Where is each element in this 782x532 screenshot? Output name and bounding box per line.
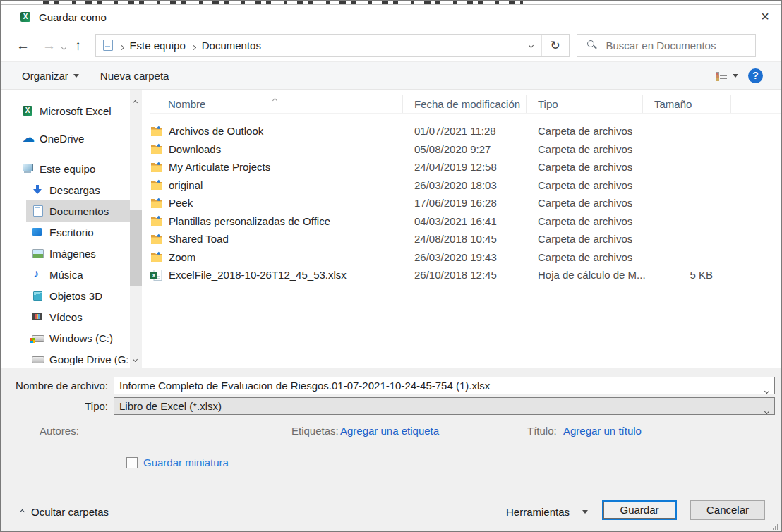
recent-locations-chevron-icon[interactable]: [62, 40, 66, 52]
table-row[interactable]: X My Articulate Projects 24/04/2019 12:5…: [150, 158, 781, 176]
table-row[interactable]: X Shared Toad 24/08/2018 10:45 Carpeta d…: [150, 230, 781, 248]
address-bar[interactable]: Este equipo Documentos ↻: [95, 34, 570, 57]
close-icon[interactable]: ×: [749, 5, 781, 29]
scroll-up-icon[interactable]: [133, 95, 137, 107]
filename-label: Nombre de archivo:: [1, 380, 108, 392]
file-browser: Microsoft Excel OneDrive Este equipo Des…: [1, 90, 781, 368]
sidebar-item-google-drive-g-[interactable]: Google Drive (G:: [1, 349, 130, 368]
help-icon[interactable]: ?: [748, 68, 763, 83]
back-icon[interactable]: ←: [10, 39, 36, 52]
search-input[interactable]: Buscar en Documentos: [577, 34, 756, 57]
resize-grip[interactable]: [772, 524, 779, 531]
table-row[interactable]: X Downloads 05/08/2020 9:27 Carpeta de a…: [150, 140, 781, 159]
column-header-fecha[interactable]: Fecha de modificación: [403, 95, 527, 113]
excel-icon: [22, 105, 34, 116]
filetype-label: Tipo:: [1, 400, 108, 412]
location-icon: [102, 40, 114, 51]
title-bar: Guardar como ×: [1, 5, 781, 29]
new-folder-button[interactable]: Nueva carpeta: [100, 70, 169, 82]
metadata-row: Autores: Etiquetas: Agregar una etiqueta…: [1, 425, 781, 440]
scrollbar-thumb[interactable]: [130, 210, 142, 286]
search-placeholder: Buscar en Documentos: [606, 40, 716, 52]
column-header-nombre[interactable]: Nombre: [150, 95, 403, 113]
sidebar-item-microsoft-excel[interactable]: Microsoft Excel: [1, 100, 130, 121]
breadcrumb-chevron-icon: [192, 40, 196, 52]
tools-dropdown[interactable]: Herramientas: [506, 506, 588, 518]
table-row[interactable]: X Archivos de Outlook 01/07/2021 11:28 C…: [150, 122, 781, 140]
save-button[interactable]: Guardar: [602, 500, 677, 520]
table-row[interactable]: X Peek 17/06/2019 16:28 Carpeta de archi…: [150, 194, 781, 212]
column-header-tamano[interactable]: Tamaño: [643, 95, 731, 113]
music-icon: [32, 269, 44, 280]
up-icon[interactable]: ↑: [68, 39, 88, 52]
table-row[interactable]: X Plantillas personalizadas de Office 04…: [150, 212, 781, 231]
organize-button[interactable]: Organizar: [22, 70, 79, 82]
hide-folders-button[interactable]: Ocultar carpetas: [20, 506, 109, 518]
folder-icon: X: [150, 251, 163, 262]
sidebar-item-este-equipo[interactable]: Este equipo: [1, 158, 130, 179]
filetype-combobox[interactable]: Libro de Excel (*.xlsx): [114, 397, 775, 415]
search-icon: [586, 40, 598, 51]
sidebar-scrollbar[interactable]: [130, 90, 142, 368]
folder-icon: X: [150, 215, 163, 226]
scroll-down-icon[interactable]: [133, 351, 137, 363]
chevron-up-icon: [20, 509, 25, 514]
filename-combobox[interactable]: Informe Completo de Evaluacion de Riesgo…: [114, 377, 775, 394]
add-title-link[interactable]: Agregar un título: [563, 425, 642, 437]
sort-ascending-icon: [273, 92, 277, 104]
save-thumbnail-checkbox[interactable]: [126, 457, 138, 468]
excel-app-icon: [20, 11, 32, 23]
save-thumbnail-label: Guardar miniatura: [143, 457, 229, 468]
title-label: Título:: [527, 425, 557, 437]
breadcrumb-item-documentos[interactable]: Documentos: [202, 40, 261, 52]
folder-icon: X: [150, 234, 163, 245]
navigation-bar: ← → ↑ Este equipo Documentos ↻ Buscar en…: [1, 29, 781, 61]
breadcrumb-chevron-icon: [120, 40, 124, 52]
windows-drive-icon: [32, 332, 44, 344]
sidebar-item-descargas[interactable]: Descargas: [1, 179, 130, 200]
column-header-tipo[interactable]: Tipo: [527, 95, 643, 113]
sidebar-item-m-sica[interactable]: Música: [1, 264, 130, 285]
desktop-icon: [32, 226, 44, 238]
change-view-button[interactable]: [716, 71, 738, 80]
tags-label: Etiquetas:: [291, 425, 339, 437]
refresh-icon[interactable]: ↻: [542, 38, 569, 53]
address-dropdown-icon[interactable]: [521, 35, 542, 56]
chevron-down-icon: [765, 383, 769, 394]
videos-icon: [32, 311, 44, 322]
folder-icon: X: [150, 126, 163, 137]
add-tag-link[interactable]: Agregar una etiqueta: [340, 425, 439, 437]
folder-icon: X: [150, 143, 163, 155]
authors-label: Autores:: [40, 425, 79, 437]
table-row[interactable]: X original 26/03/2020 18:03 Carpeta de a…: [150, 176, 781, 195]
sidebar: Microsoft Excel OneDrive Este equipo Des…: [1, 90, 130, 368]
sidebar-item-im-genes[interactable]: Imágenes: [1, 243, 130, 264]
window-title: Guardar como: [39, 11, 107, 23]
breadcrumb-item-este-equipo[interactable]: Este equipo: [130, 40, 186, 52]
footer-bar: Ocultar carpetas Herramientas Guardar Ca…: [1, 492, 781, 532]
sidebar-item-windows-c-[interactable]: Windows (C:): [1, 327, 130, 349]
objects3d-icon: [32, 290, 44, 301]
sidebar-item-onedrive[interactable]: OneDrive: [1, 128, 130, 149]
forward-icon[interactable]: →: [36, 39, 62, 52]
sidebar-item-documentos[interactable]: Documentos: [1, 200, 130, 222]
document-icon: [32, 205, 44, 217]
computer-icon: [22, 163, 34, 174]
cancel-button[interactable]: Cancelar: [690, 500, 765, 520]
folder-icon: X: [150, 179, 163, 191]
command-bar: Organizar Nueva carpeta ?: [1, 61, 781, 90]
sidebar-item-objetos-3d[interactable]: Objetos 3D: [1, 285, 130, 306]
table-row[interactable]: X Zoom 26/03/2020 19:43 Carpeta de archi…: [150, 248, 781, 267]
download-icon: [32, 184, 44, 195]
sidebar-item-escritorio[interactable]: Escritorio: [1, 222, 130, 243]
chevron-down-icon: [733, 74, 738, 78]
folder-icon: X: [150, 162, 163, 173]
save-as-dialog: Guardar como × ← → ↑ Este equipo Documen…: [0, 0, 782, 532]
chevron-down-icon: [765, 404, 769, 415]
table-row[interactable]: X ExcelFile_2018-10-26T12_45_53.xlsx 26/…: [150, 266, 781, 284]
pictures-icon: [32, 248, 44, 259]
save-options-panel: Nombre de archivo: Informe Completo de E…: [1, 368, 781, 492]
onedrive-icon: [22, 133, 34, 144]
sidebar-item-v-deos[interactable]: Vídeos: [1, 306, 130, 327]
file-list: X Archivos de Outlook 01/07/2021 11:28 C…: [150, 122, 781, 284]
